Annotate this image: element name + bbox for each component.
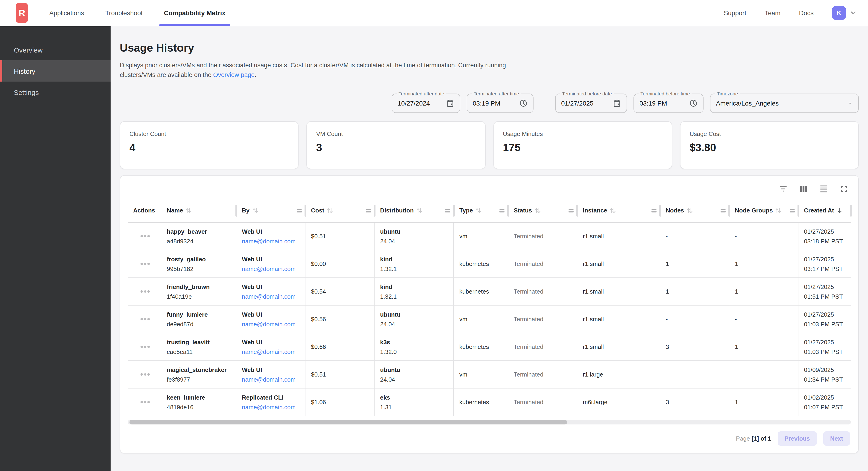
column-drag-handle-icon[interactable] xyxy=(568,209,574,212)
sort-descending-icon[interactable] xyxy=(836,207,843,214)
column-drag-handle-icon[interactable] xyxy=(445,209,450,212)
sidebar-item-settings[interactable]: Settings xyxy=(0,82,111,103)
created-by-email-link[interactable]: name@domain.com xyxy=(242,376,301,383)
status-badge: Terminated xyxy=(514,343,573,350)
next-page-button[interactable]: Next xyxy=(823,431,850,446)
distribution-name: ubuntu xyxy=(380,228,450,235)
column-header-distribution[interactable]: Distribution xyxy=(375,199,454,222)
cluster-name: trusting_leavitt xyxy=(167,338,232,346)
column-header-name[interactable]: Name xyxy=(161,199,236,222)
created-date: 01/09/2025 xyxy=(804,366,848,373)
row-actions-menu[interactable] xyxy=(128,305,161,333)
column-drag-handle-icon[interactable] xyxy=(499,209,504,212)
calendar-icon[interactable] xyxy=(446,99,454,107)
sort-icon[interactable] xyxy=(185,207,192,214)
sort-icon[interactable] xyxy=(534,207,541,214)
nav-link-docs[interactable]: Docs xyxy=(799,9,814,17)
sort-icon[interactable] xyxy=(775,207,782,214)
node-groups-value: 1 xyxy=(735,343,794,350)
nav-tab-applications[interactable]: Applications xyxy=(49,0,84,26)
created-by-email-link[interactable]: name@domain.com xyxy=(242,293,301,300)
top-nav: R Applications Troubleshoot Compatibilit… xyxy=(0,0,868,26)
cell-type: vm xyxy=(454,223,508,250)
column-header-type[interactable]: Type xyxy=(454,199,508,222)
sort-icon[interactable] xyxy=(416,207,423,214)
cell-type: kubernetes xyxy=(454,388,508,416)
show-hide-columns-icon[interactable] xyxy=(799,184,809,194)
cell-type: vm xyxy=(454,305,508,333)
horizontal-scrollbar-thumb[interactable] xyxy=(129,420,567,424)
nav-link-team[interactable]: Team xyxy=(765,9,780,17)
sort-icon[interactable] xyxy=(327,207,333,214)
column-header-created-at[interactable]: Created At xyxy=(799,199,852,222)
sort-icon[interactable] xyxy=(610,207,616,214)
column-header-status[interactable]: Status xyxy=(508,199,577,222)
replicated-logo[interactable]: R xyxy=(16,3,28,23)
column-drag-handle-icon[interactable] xyxy=(366,209,371,212)
status-badge: Terminated xyxy=(514,371,573,378)
column-drag-handle-icon[interactable] xyxy=(790,209,795,212)
terminated-after-time-field[interactable]: Terminated after time 03:19 PM xyxy=(467,93,533,113)
cluster-name: frosty_galileo xyxy=(167,256,232,262)
row-actions-menu[interactable] xyxy=(128,278,161,305)
column-header-cost[interactable]: Cost xyxy=(306,199,375,222)
fullscreen-icon[interactable] xyxy=(839,184,849,194)
page-prefix: Page xyxy=(736,435,752,442)
row-actions-menu[interactable] xyxy=(128,333,161,360)
created-by-email-link[interactable]: name@domain.com xyxy=(242,348,301,355)
created-date: 01/27/2025 xyxy=(804,228,848,235)
sort-icon[interactable] xyxy=(686,207,693,214)
calendar-icon[interactable] xyxy=(613,99,621,107)
column-header-node-groups[interactable]: Node Groups xyxy=(729,199,799,222)
column-drag-handle-icon[interactable] xyxy=(720,209,726,212)
cell-by: Web UI name@domain.com xyxy=(236,250,306,277)
terminated-after-date-field[interactable]: Terminated after date 10/27/2024 xyxy=(392,93,460,113)
row-actions-menu[interactable] xyxy=(128,388,161,416)
column-drag-handle-icon[interactable] xyxy=(651,209,656,212)
cell-node-groups: - xyxy=(729,361,799,388)
terminated-before-time-field[interactable]: Terminated before time 03:19 PM xyxy=(633,93,704,113)
created-by-email-link[interactable]: name@domain.com xyxy=(242,321,301,327)
sidebar-item-history[interactable]: History xyxy=(0,60,111,82)
cost-value: $0.51 xyxy=(311,233,370,240)
horizontal-scrollbar-track[interactable] xyxy=(128,420,851,424)
field-label: Terminated after date xyxy=(397,91,446,96)
clock-icon[interactable] xyxy=(519,99,528,107)
cell-nodes: 3 xyxy=(660,388,729,416)
previous-page-button[interactable]: Previous xyxy=(778,431,817,446)
stat-card-cluster-count: Cluster Count 4 xyxy=(120,121,299,169)
row-actions-menu[interactable] xyxy=(128,361,161,388)
sort-icon[interactable] xyxy=(475,207,482,214)
avatar[interactable]: K xyxy=(832,6,846,20)
nav-tab-troubleshoot[interactable]: Troubleshoot xyxy=(105,0,143,26)
cost-value: $0.56 xyxy=(311,316,370,323)
created-by-email-link[interactable]: name@domain.com xyxy=(242,265,301,272)
cell-nodes: 3 xyxy=(660,333,729,360)
sidebar-item-overview[interactable]: Overview xyxy=(0,39,111,60)
sort-icon[interactable] xyxy=(252,207,258,214)
column-header-by[interactable]: By xyxy=(236,199,306,222)
created-by-email-link[interactable]: name@domain.com xyxy=(242,404,301,410)
nav-tab-label: Compatibility Matrix xyxy=(164,9,225,17)
column-header-instance[interactable]: Instance xyxy=(577,199,660,222)
terminated-before-date-field[interactable]: Terminated before date 01/27/2025 xyxy=(555,93,627,113)
nav-tab-compatibility-matrix[interactable]: Compatibility Matrix xyxy=(164,0,225,26)
timezone-select[interactable]: Timezone America/Los_Angeles xyxy=(710,93,859,113)
field-value: America/Los_Angeles xyxy=(716,99,779,107)
field-label: Terminated before time xyxy=(639,91,692,96)
node-groups-value: 1 xyxy=(735,288,794,295)
instance-value: r1.small xyxy=(583,288,656,295)
row-actions-menu[interactable] xyxy=(128,223,161,250)
column-header-nodes[interactable]: Nodes xyxy=(660,199,729,222)
column-drag-handle-icon[interactable] xyxy=(297,209,302,212)
overview-page-link[interactable]: Overview page xyxy=(213,71,254,78)
field-label: Terminated after time xyxy=(472,91,521,96)
created-by-email-link[interactable]: name@domain.com xyxy=(242,238,301,244)
density-icon[interactable] xyxy=(819,184,829,194)
filter-icon[interactable] xyxy=(778,184,788,194)
chevron-down-icon xyxy=(849,9,857,17)
account-menu[interactable]: K xyxy=(832,6,857,20)
clock-icon[interactable] xyxy=(689,99,698,107)
nav-link-support[interactable]: Support xyxy=(724,9,746,17)
row-actions-menu[interactable] xyxy=(128,250,161,277)
